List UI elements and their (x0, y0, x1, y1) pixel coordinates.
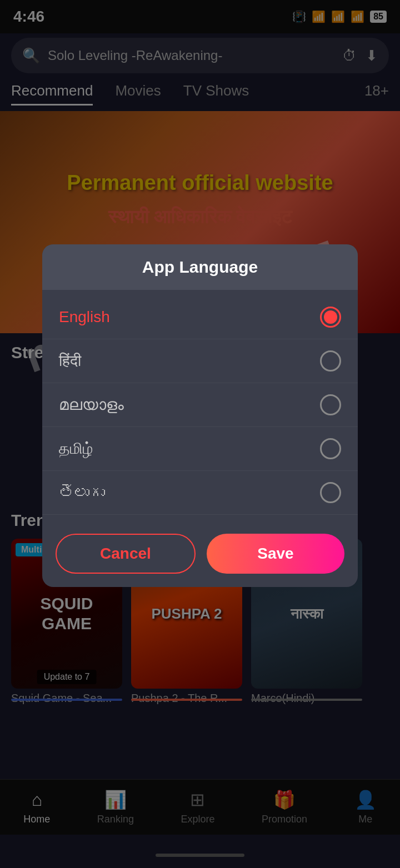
radio-tamil[interactable] (320, 438, 341, 459)
radio-telugu[interactable] (320, 482, 341, 503)
app-language-dialog: App Language English हिंदी മലയാളം தமிழ் … (42, 244, 358, 587)
save-button[interactable]: Save (207, 534, 344, 574)
language-name-tamil: தமிழ் (59, 440, 93, 458)
language-option-malayalam[interactable]: മലയാളം (42, 383, 358, 427)
dialog-buttons: Cancel Save (42, 520, 358, 587)
language-name-malayalam: മലയാളം (59, 396, 124, 414)
radio-inner-english (324, 310, 337, 324)
language-option-hindi[interactable]: हिंदी (42, 339, 358, 383)
dialog-title: App Language (142, 258, 258, 276)
language-name-telugu: తెలుగు (59, 484, 105, 502)
radio-hindi[interactable] (320, 350, 341, 372)
cancel-button[interactable]: Cancel (56, 534, 196, 574)
dialog-header: App Language (42, 244, 358, 290)
language-name-english: English (59, 308, 110, 326)
radio-english[interactable] (320, 307, 341, 328)
dialog-body: English हिंदी മലയാളം தமிழ் తెలుగు (42, 290, 358, 520)
language-option-english[interactable]: English (42, 295, 358, 339)
language-option-telugu[interactable]: తెలుగు (42, 471, 358, 515)
language-option-tamil[interactable]: தமிழ் (42, 427, 358, 471)
language-name-hindi: हिंदी (59, 352, 81, 370)
radio-malayalam[interactable] (320, 394, 341, 415)
